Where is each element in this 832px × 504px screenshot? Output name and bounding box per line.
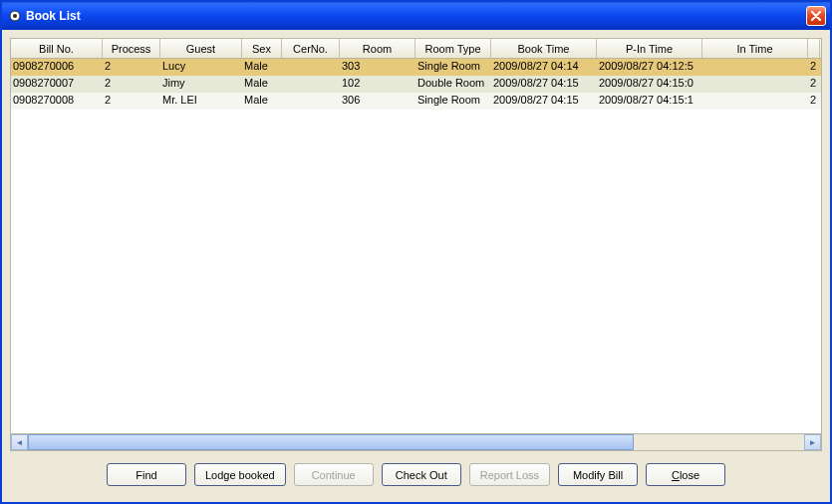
- col-in-time[interactable]: In Time: [702, 39, 808, 58]
- grid-header: Bill No. Process Guest Sex CerNo. Room R…: [11, 39, 821, 59]
- cell-cerno: [282, 76, 340, 93]
- scroll-right-arrow[interactable]: ►: [804, 434, 821, 450]
- col-extra[interactable]: [808, 39, 820, 58]
- booking-grid[interactable]: Bill No. Process Guest Sex CerNo. Room R…: [10, 38, 822, 451]
- app-icon: [8, 9, 22, 23]
- cell-intime: [702, 76, 808, 93]
- cell-intime: [702, 59, 808, 76]
- cell-booktime: 2009/08/27 04:14: [491, 59, 597, 76]
- find-button[interactable]: Find: [107, 463, 186, 486]
- action-buttons: Find Lodge booked Continue Check Out Rep…: [10, 451, 822, 494]
- cell-room: 102: [340, 76, 416, 93]
- table-row[interactable]: 09082700072JimyMale102Double Room2009/08…: [11, 76, 821, 93]
- check-out-button[interactable]: Check Out: [382, 463, 461, 486]
- col-bill-no[interactable]: Bill No.: [11, 39, 103, 58]
- cell-room: 306: [340, 93, 416, 110]
- col-pin-time[interactable]: P-In Time: [597, 39, 702, 58]
- cell-cerno: [282, 93, 340, 110]
- cell-process: 2: [103, 76, 160, 93]
- cell-bill: 0908270006: [11, 59, 103, 76]
- cell-pintime: 2009/08/27 04:15:1: [597, 93, 702, 110]
- cell-process: 2: [103, 59, 160, 76]
- col-cerno[interactable]: CerNo.: [282, 39, 340, 58]
- content-area: Bill No. Process Guest Sex CerNo. Room R…: [2, 30, 830, 502]
- lodge-booked-button[interactable]: Lodge booked: [194, 463, 286, 486]
- col-guest[interactable]: Guest: [160, 39, 242, 58]
- grid-body: 09082700062LucyMale303Single Room2009/08…: [11, 59, 821, 433]
- close-button[interactable]: [806, 6, 826, 26]
- continue-button: Continue: [294, 463, 374, 486]
- cell-booktime: 2009/08/27 04:15: [491, 93, 597, 110]
- col-room[interactable]: Room: [340, 39, 416, 58]
- cell-process: 2: [103, 93, 160, 110]
- svg-point-1: [13, 14, 17, 18]
- titlebar[interactable]: Book List: [2, 2, 830, 30]
- book-list-window: Book List Bill No. Process Guest Sex Cer…: [0, 0, 832, 504]
- cell-sex: Male: [242, 59, 282, 76]
- cell-extra: 2: [808, 93, 820, 110]
- col-room-type[interactable]: Room Type: [416, 39, 491, 58]
- cell-guest: Jimy: [160, 76, 242, 93]
- cell-sex: Male: [242, 93, 282, 110]
- scroll-track[interactable]: [28, 434, 804, 450]
- cell-roomtype: Double Room: [416, 76, 491, 93]
- cell-room: 303: [340, 59, 416, 76]
- cell-roomtype: Single Room: [416, 93, 491, 110]
- horizontal-scrollbar[interactable]: ◄ ►: [11, 433, 821, 450]
- scroll-left-arrow[interactable]: ◄: [11, 434, 28, 450]
- close-dialog-button[interactable]: Close: [646, 463, 725, 486]
- table-row[interactable]: 09082700082Mr. LEIMale306Single Room2009…: [11, 93, 821, 110]
- scroll-thumb[interactable]: [28, 434, 634, 450]
- cell-intime: [702, 93, 808, 110]
- cell-guest: Lucy: [160, 59, 242, 76]
- table-row[interactable]: 09082700062LucyMale303Single Room2009/08…: [11, 59, 821, 76]
- cell-cerno: [282, 59, 340, 76]
- col-book-time[interactable]: Book Time: [491, 39, 597, 58]
- cell-booktime: 2009/08/27 04:15: [491, 76, 597, 93]
- cell-bill: 0908270008: [11, 93, 103, 110]
- cell-sex: Male: [242, 76, 282, 93]
- report-loss-button: Report Loss: [469, 463, 550, 486]
- modify-bill-button[interactable]: Modify Bill: [558, 463, 638, 486]
- cell-extra: 2: [808, 76, 820, 93]
- cell-guest: Mr. LEI: [160, 93, 242, 110]
- cell-roomtype: Single Room: [416, 59, 491, 76]
- col-sex[interactable]: Sex: [242, 39, 282, 58]
- col-process[interactable]: Process: [103, 39, 160, 58]
- cell-extra: 2: [808, 59, 820, 76]
- cell-bill: 0908270007: [11, 76, 103, 93]
- cell-pintime: 2009/08/27 04:15:0: [597, 76, 702, 93]
- window-title: Book List: [26, 9, 806, 23]
- cell-pintime: 2009/08/27 04:12:5: [597, 59, 702, 76]
